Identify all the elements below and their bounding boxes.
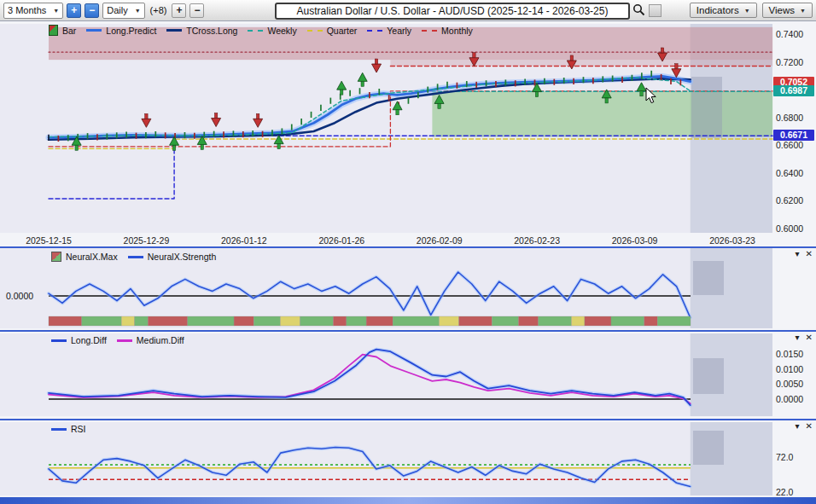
- chevron-down-icon: ▼: [744, 8, 750, 14]
- toolbar-right-group: Indicators ▼ Views ▼: [690, 3, 813, 18]
- neuralx-zero-label: 0.0000: [6, 291, 33, 301]
- legend-label: RSI: [71, 424, 86, 434]
- legend-label: TCross.Long: [186, 26, 237, 36]
- panel-separator[interactable]: [0, 419, 816, 420]
- neuralx-strength-line-icon: [128, 256, 143, 258]
- rsi-panel-legend: RSI: [51, 424, 86, 434]
- legend-item-long-predict[interactable]: Long.Predict: [86, 26, 156, 36]
- legend-item-neuralx-strength[interactable]: NeuralX.Strength: [128, 252, 217, 262]
- legend-item-neuralx-max[interactable]: NeuralX.Max: [51, 252, 118, 262]
- legend-item-long-diff[interactable]: Long.Diff: [51, 335, 107, 345]
- indicators-button[interactable]: Indicators ▼: [690, 3, 757, 18]
- application-window: 3 Months ▼ + − Daily ▼ (+8) + − Australi…: [0, 0, 816, 504]
- indicators-button-label: Indicators: [697, 5, 739, 15]
- toolbar: 3 Months ▼ + − Daily ▼ (+8) + − Australi…: [0, 0, 816, 21]
- add-bars-button[interactable]: +: [172, 3, 186, 18]
- weekly-line-icon: [248, 30, 263, 32]
- legend-label: NeuralX.Strength: [148, 252, 217, 262]
- neuralx-panel-controls: ▾ ✕: [796, 250, 813, 258]
- legend-item-medium-diff[interactable]: Medium.Diff: [117, 335, 184, 345]
- symbol-title[interactable]: Australian Dollar / U.S. Dollar - AUD/US…: [275, 3, 630, 20]
- price-tag-teal: 0.6987: [773, 85, 814, 96]
- range-increase-button[interactable]: +: [67, 3, 81, 18]
- legend-item-monthly[interactable]: Monthly: [422, 26, 473, 36]
- remove-bars-button[interactable]: −: [189, 3, 204, 18]
- tcross-long-line-icon: [166, 29, 182, 32]
- close-panel-icon[interactable]: ✕: [806, 333, 813, 342]
- legend-label: NeuralX.Max: [66, 252, 118, 262]
- legend-item-quarter[interactable]: Quarter: [307, 26, 358, 36]
- monthly-line-icon: [422, 30, 437, 32]
- chevron-down-icon: ▼: [135, 8, 141, 14]
- main-chart-legend: Bar Long.Predict TCross.Long Weekly Quar…: [49, 25, 473, 36]
- small-gray-button[interactable]: [649, 4, 662, 17]
- rsi-panel-controls: ▾ ✕: [796, 422, 813, 431]
- views-button-label: Views: [769, 5, 795, 15]
- medium-diff-line-icon: [117, 339, 132, 342]
- close-panel-icon[interactable]: ✕: [806, 422, 813, 431]
- range-select-value: 3 Months: [8, 5, 46, 15]
- range-decrease-button[interactable]: −: [85, 3, 99, 18]
- bar-offset-label: (+8): [150, 5, 167, 15]
- legend-label: Long.Predict: [106, 26, 156, 36]
- legend-label: Medium.Diff: [137, 335, 184, 345]
- panel-separator[interactable]: [0, 246, 816, 248]
- neuralx-max-icon: [51, 252, 61, 262]
- price-tag-blue: 0.6671: [773, 130, 814, 141]
- views-button[interactable]: Views ▼: [762, 3, 813, 18]
- range-select[interactable]: 3 Months ▼: [3, 3, 63, 19]
- interval-select[interactable]: Daily ▼: [102, 3, 144, 19]
- chevron-down-icon: ▼: [800, 8, 806, 14]
- interval-select-value: Daily: [107, 5, 127, 15]
- chevron-down-icon: ▼: [53, 8, 59, 14]
- bar-icon: [49, 25, 58, 36]
- symbol-title-text: Australian Dollar / U.S. Dollar - AUD/US…: [297, 5, 609, 17]
- long-predict-line-icon: [86, 29, 102, 32]
- diff-panel-legend: Long.Diff Medium.Diff: [51, 335, 184, 345]
- collapse-panel-icon[interactable]: ▾: [796, 422, 800, 431]
- yearly-line-icon: [367, 30, 382, 32]
- collapse-panel-icon[interactable]: ▾: [796, 333, 800, 342]
- diff-panel-controls: ▾ ✕: [796, 333, 813, 342]
- legend-item-bar[interactable]: Bar: [49, 25, 76, 36]
- legend-label: Weekly: [267, 26, 296, 36]
- search-icon[interactable]: [632, 3, 645, 16]
- horizontal-scrollbar[interactable]: [0, 497, 816, 504]
- legend-label: Long.Diff: [71, 335, 107, 345]
- neuralx-panel-legend: NeuralX.Max NeuralX.Strength: [51, 252, 216, 262]
- quarter-line-icon: [307, 30, 323, 32]
- panel-separator[interactable]: [0, 330, 816, 332]
- legend-item-yearly[interactable]: Yearly: [367, 26, 411, 36]
- legend-item-weekly[interactable]: Weekly: [248, 26, 296, 36]
- legend-label: Monthly: [441, 26, 473, 36]
- legend-label: Yearly: [387, 26, 411, 36]
- close-panel-icon[interactable]: ✕: [806, 250, 813, 258]
- rsi-line-icon: [51, 428, 67, 431]
- long-diff-line-icon: [51, 339, 67, 342]
- legend-item-tcross-long[interactable]: TCross.Long: [166, 26, 237, 36]
- legend-label: Bar: [62, 26, 76, 36]
- legend-item-rsi[interactable]: RSI: [51, 424, 86, 434]
- legend-label: Quarter: [327, 26, 358, 36]
- collapse-panel-icon[interactable]: ▾: [796, 250, 800, 258]
